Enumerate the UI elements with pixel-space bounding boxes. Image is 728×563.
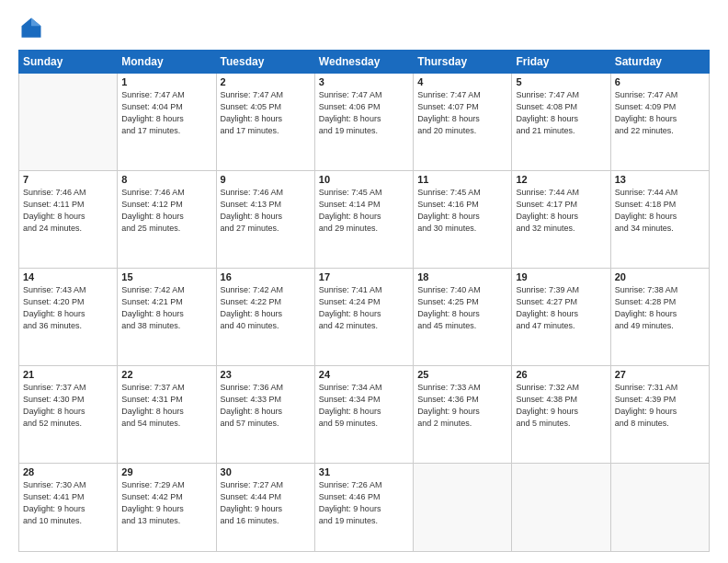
day-info: Sunrise: 7:47 AM Sunset: 4:09 PM Dayligh…: [615, 89, 705, 137]
day-info: Sunrise: 7:47 AM Sunset: 4:07 PM Dayligh…: [417, 89, 507, 137]
day-cell: 27Sunrise: 7:31 AM Sunset: 4:39 PM Dayli…: [610, 365, 709, 463]
day-cell: 3Sunrise: 7:47 AM Sunset: 4:06 PM Daylig…: [314, 74, 413, 171]
day-info: Sunrise: 7:36 AM Sunset: 4:33 PM Dayligh…: [221, 382, 311, 430]
day-number: 8: [121, 174, 211, 185]
day-cell: 9Sunrise: 7:46 AM Sunset: 4:13 PM Daylig…: [216, 170, 314, 268]
day-cell: 21Sunrise: 7:37 AM Sunset: 4:30 PM Dayli…: [19, 365, 118, 463]
day-cell: 12Sunrise: 7:44 AM Sunset: 4:17 PM Dayli…: [512, 170, 610, 268]
day-cell: 20Sunrise: 7:38 AM Sunset: 4:28 PM Dayli…: [610, 268, 709, 365]
logo: [18, 15, 48, 40]
week-row-3: 21Sunrise: 7:37 AM Sunset: 4:30 PM Dayli…: [19, 365, 710, 463]
day-number: 1: [121, 76, 211, 87]
weekday-header-tuesday: Tuesday: [216, 51, 314, 74]
day-number: 13: [615, 174, 705, 185]
day-cell: 7Sunrise: 7:46 AM Sunset: 4:11 PM Daylig…: [19, 170, 118, 268]
day-info: Sunrise: 7:42 AM Sunset: 4:21 PM Dayligh…: [121, 284, 211, 332]
day-info: Sunrise: 7:40 AM Sunset: 4:25 PM Dayligh…: [417, 284, 507, 332]
day-number: 9: [221, 174, 311, 185]
day-cell: 30Sunrise: 7:27 AM Sunset: 4:44 PM Dayli…: [216, 463, 314, 551]
day-cell: 19Sunrise: 7:39 AM Sunset: 4:27 PM Dayli…: [512, 268, 610, 365]
header: [18, 15, 710, 40]
day-number: 21: [23, 369, 113, 380]
day-info: Sunrise: 7:46 AM Sunset: 4:11 PM Dayligh…: [23, 187, 113, 235]
day-number: 2: [221, 76, 311, 87]
day-number: 24: [319, 369, 409, 380]
day-cell: 25Sunrise: 7:33 AM Sunset: 4:36 PM Dayli…: [414, 365, 512, 463]
day-number: 3: [319, 76, 409, 87]
day-cell: 6Sunrise: 7:47 AM Sunset: 4:09 PM Daylig…: [610, 74, 709, 171]
day-info: Sunrise: 7:47 AM Sunset: 4:05 PM Dayligh…: [221, 89, 311, 137]
weekday-header-saturday: Saturday: [610, 51, 709, 74]
day-cell: 23Sunrise: 7:36 AM Sunset: 4:33 PM Dayli…: [216, 365, 314, 463]
day-info: Sunrise: 7:31 AM Sunset: 4:39 PM Dayligh…: [615, 382, 705, 430]
day-number: 6: [615, 76, 705, 87]
day-cell: 17Sunrise: 7:41 AM Sunset: 4:24 PM Dayli…: [314, 268, 413, 365]
day-number: 14: [23, 271, 113, 282]
day-number: 19: [516, 271, 606, 282]
week-row-0: 1Sunrise: 7:47 AM Sunset: 4:04 PM Daylig…: [19, 74, 710, 171]
day-info: Sunrise: 7:29 AM Sunset: 4:42 PM Dayligh…: [121, 479, 211, 527]
day-info: Sunrise: 7:30 AM Sunset: 4:41 PM Dayligh…: [23, 479, 113, 527]
day-number: 18: [417, 271, 507, 282]
day-info: Sunrise: 7:41 AM Sunset: 4:24 PM Dayligh…: [319, 284, 409, 332]
day-number: 30: [221, 466, 311, 477]
day-info: Sunrise: 7:39 AM Sunset: 4:27 PM Dayligh…: [516, 284, 606, 332]
day-info: Sunrise: 7:43 AM Sunset: 4:20 PM Dayligh…: [23, 284, 113, 332]
weekday-header-monday: Monday: [118, 51, 216, 74]
weekday-header-row: SundayMondayTuesdayWednesdayThursdayFrid…: [19, 51, 710, 74]
day-cell: 14Sunrise: 7:43 AM Sunset: 4:20 PM Dayli…: [19, 268, 118, 365]
day-info: Sunrise: 7:42 AM Sunset: 4:22 PM Dayligh…: [221, 284, 311, 332]
day-info: Sunrise: 7:46 AM Sunset: 4:12 PM Dayligh…: [121, 187, 211, 235]
weekday-header-wednesday: Wednesday: [314, 51, 413, 74]
day-cell: 2Sunrise: 7:47 AM Sunset: 4:05 PM Daylig…: [216, 74, 314, 171]
day-cell: [610, 463, 709, 551]
day-number: 26: [516, 369, 606, 380]
day-number: 11: [417, 174, 507, 185]
day-cell: 29Sunrise: 7:29 AM Sunset: 4:42 PM Dayli…: [118, 463, 216, 551]
weekday-header-friday: Friday: [512, 51, 610, 74]
day-number: 25: [417, 369, 507, 380]
day-number: 12: [516, 174, 606, 185]
day-number: 7: [23, 174, 113, 185]
day-info: Sunrise: 7:32 AM Sunset: 4:38 PM Dayligh…: [516, 382, 606, 430]
day-number: 5: [516, 76, 606, 87]
day-cell: [414, 463, 512, 551]
day-number: 27: [615, 369, 705, 380]
day-info: Sunrise: 7:38 AM Sunset: 4:28 PM Dayligh…: [615, 284, 705, 332]
day-info: Sunrise: 7:44 AM Sunset: 4:18 PM Dayligh…: [615, 187, 705, 235]
day-number: 29: [121, 466, 211, 477]
day-info: Sunrise: 7:44 AM Sunset: 4:17 PM Dayligh…: [516, 187, 606, 235]
week-row-4: 28Sunrise: 7:30 AM Sunset: 4:41 PM Dayli…: [19, 463, 710, 551]
day-info: Sunrise: 7:26 AM Sunset: 4:46 PM Dayligh…: [319, 479, 409, 527]
day-info: Sunrise: 7:47 AM Sunset: 4:04 PM Dayligh…: [121, 89, 211, 137]
day-number: 22: [121, 369, 211, 380]
week-row-2: 14Sunrise: 7:43 AM Sunset: 4:20 PM Dayli…: [19, 268, 710, 365]
page: SundayMondayTuesdayWednesdayThursdayFrid…: [0, 0, 728, 563]
day-cell: 18Sunrise: 7:40 AM Sunset: 4:25 PM Dayli…: [414, 268, 512, 365]
day-info: Sunrise: 7:46 AM Sunset: 4:13 PM Dayligh…: [221, 187, 311, 235]
day-cell: 4Sunrise: 7:47 AM Sunset: 4:07 PM Daylig…: [414, 74, 512, 171]
day-cell: 8Sunrise: 7:46 AM Sunset: 4:12 PM Daylig…: [118, 170, 216, 268]
day-cell: 28Sunrise: 7:30 AM Sunset: 4:41 PM Dayli…: [19, 463, 118, 551]
day-cell: 22Sunrise: 7:37 AM Sunset: 4:31 PM Dayli…: [118, 365, 216, 463]
day-number: 31: [319, 466, 409, 477]
day-cell: [512, 463, 610, 551]
day-cell: [19, 74, 118, 171]
week-row-1: 7Sunrise: 7:46 AM Sunset: 4:11 PM Daylig…: [19, 170, 710, 268]
logo-icon: [18, 15, 44, 40]
day-cell: 31Sunrise: 7:26 AM Sunset: 4:46 PM Dayli…: [314, 463, 413, 551]
day-cell: 1Sunrise: 7:47 AM Sunset: 4:04 PM Daylig…: [118, 74, 216, 171]
day-info: Sunrise: 7:34 AM Sunset: 4:34 PM Dayligh…: [319, 382, 409, 430]
day-info: Sunrise: 7:47 AM Sunset: 4:06 PM Dayligh…: [319, 89, 409, 137]
day-number: 4: [417, 76, 507, 87]
day-cell: 13Sunrise: 7:44 AM Sunset: 4:18 PM Dayli…: [610, 170, 709, 268]
day-info: Sunrise: 7:45 AM Sunset: 4:14 PM Dayligh…: [319, 187, 409, 235]
day-number: 10: [319, 174, 409, 185]
day-number: 28: [23, 466, 113, 477]
day-number: 17: [319, 271, 409, 282]
day-info: Sunrise: 7:37 AM Sunset: 4:30 PM Dayligh…: [23, 382, 113, 430]
day-info: Sunrise: 7:45 AM Sunset: 4:16 PM Dayligh…: [417, 187, 507, 235]
day-number: 23: [221, 369, 311, 380]
day-info: Sunrise: 7:27 AM Sunset: 4:44 PM Dayligh…: [221, 479, 311, 527]
calendar: SundayMondayTuesdayWednesdayThursdayFrid…: [18, 50, 710, 552]
